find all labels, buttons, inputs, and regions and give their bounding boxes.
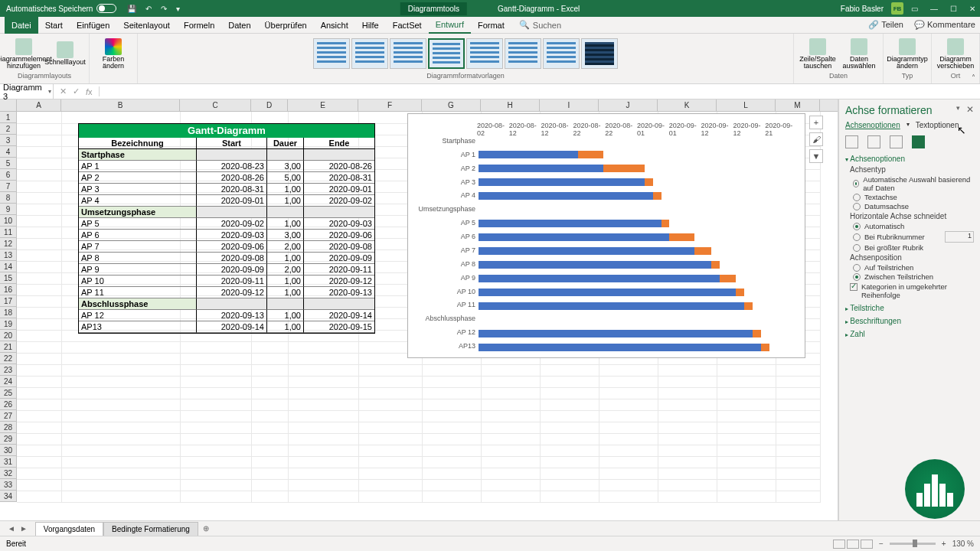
switch-row-col-button[interactable]: Zeile/Spalte tauschen <box>799 38 837 70</box>
ribbon-tab-seitenlayout[interactable]: Seitenlayout <box>116 17 177 34</box>
quick-layout-button[interactable]: Schnelllayout <box>46 41 84 66</box>
col-header[interactable]: C <box>180 99 251 111</box>
user-name[interactable]: Fabio Basler <box>841 5 884 13</box>
row-header[interactable]: 31 <box>0 456 17 468</box>
row-header[interactable]: 11 <box>0 227 17 238</box>
chart-styles-gallery[interactable] <box>313 38 618 69</box>
ribbon-tab-hilfe[interactable]: Hilfe <box>355 17 386 34</box>
zoom-level[interactable]: 130 % <box>952 540 974 548</box>
row-header[interactable]: 17 <box>0 295 17 307</box>
enter-icon[interactable]: ✓ <box>73 86 80 96</box>
table-row[interactable]: AP 62020-09-033,002020-09-06 <box>79 230 374 241</box>
comments-button[interactable]: 💬 Kommentare <box>914 20 975 30</box>
search-box[interactable]: 🔍 Suchen <box>519 20 561 30</box>
row-header[interactable]: 34 <box>0 491 17 502</box>
change-chart-type-button[interactable]: Diagrammtyp ändern <box>888 38 926 70</box>
ribbon-tab-formeln[interactable]: Formeln <box>177 17 221 34</box>
ribbon-tab-datei[interactable]: Datei <box>5 17 38 34</box>
row-header[interactable]: 21 <box>0 341 17 353</box>
table-row[interactable]: AP 32020-08-311,002020-09-01 <box>79 184 374 195</box>
zoom-slider[interactable] <box>890 543 936 545</box>
name-box[interactable]: Diagramm 3▾ <box>0 83 54 101</box>
table-row[interactable]: Abschlussphase <box>79 298 374 310</box>
col-header[interactable]: J <box>599 99 658 111</box>
style-tile[interactable] <box>390 38 426 69</box>
radio-option[interactable]: Auf Teilstrichen <box>853 263 974 272</box>
col-header[interactable]: L <box>717 99 776 111</box>
page-layout-view-icon[interactable] <box>847 540 859 549</box>
ribbon-tab-daten[interactable]: Daten <box>221 17 257 34</box>
sheet-nav-next-icon[interactable]: ► <box>20 524 28 533</box>
ribbon-tab-start[interactable]: Start <box>38 17 70 34</box>
spreadsheet-grid[interactable]: ABCDEFGHIJKLM 12345678910111213141516171… <box>0 99 838 520</box>
row-header[interactable]: 12 <box>0 238 17 249</box>
ribbon-tab-einfügen[interactable]: Einfügen <box>70 17 116 34</box>
chart-filters-button[interactable]: ▼ <box>809 149 823 163</box>
row-header[interactable]: 8 <box>0 192 17 204</box>
col-header[interactable]: G <box>422 99 481 111</box>
row-header[interactable]: 16 <box>0 284 17 295</box>
select-data-button[interactable]: Daten auswählen <box>840 38 878 70</box>
row-header[interactable]: 10 <box>0 215 17 227</box>
col-header[interactable]: F <box>358 99 422 111</box>
row-header[interactable]: 29 <box>0 433 17 445</box>
col-header[interactable]: E <box>288 99 358 111</box>
row-header[interactable]: 13 <box>0 249 17 261</box>
radio-option[interactable]: Automatisch <box>853 222 974 230</box>
table-row[interactable]: AP 72020-09-062,002020-09-08 <box>79 241 374 253</box>
row-header[interactable]: 9 <box>0 204 17 215</box>
pane-close-icon[interactable]: ✕ <box>966 104 974 115</box>
row-header[interactable]: 26 <box>0 399 17 410</box>
zoom-in-icon[interactable]: + <box>942 540 946 548</box>
table-row[interactable]: AP132020-09-141,002020-09-15 <box>79 321 374 333</box>
save-icon[interactable]: 💾 <box>127 5 136 13</box>
col-header[interactable]: B <box>61 99 180 111</box>
sheet-nav-prev-icon[interactable]: ◄ <box>8 524 15 533</box>
pane-dropdown-icon[interactable]: ▾ <box>956 104 960 112</box>
qat-customize-icon[interactable]: ▾ <box>176 5 180 13</box>
sheet-tab[interactable]: Vorgangsdaten <box>35 522 103 536</box>
row-header[interactable]: 2 <box>0 123 17 135</box>
row-header[interactable]: 18 <box>0 307 17 318</box>
size-props-icon[interactable] <box>890 135 903 148</box>
col-header[interactable]: A <box>17 99 61 111</box>
fx-icon[interactable]: fx <box>86 87 93 96</box>
radio-option[interactable]: Datumsachse <box>853 202 974 210</box>
autosave-toggle[interactable] <box>96 4 116 13</box>
collapse-ribbon-icon[interactable]: ˄ <box>972 73 975 82</box>
row-header[interactable]: 6 <box>0 169 17 181</box>
reverse-categories-check[interactable]: Kategorien in umgekehrter Reihenfolge <box>850 282 974 299</box>
style-tile[interactable] <box>313 38 350 69</box>
row-header[interactable]: 5 <box>0 158 17 169</box>
sheet-tab[interactable]: Bedingte Formatierung <box>103 522 198 536</box>
redo-icon[interactable]: ↷ <box>161 5 167 13</box>
ribbon-tab-überprüfen[interactable]: Überprüfen <box>258 17 314 34</box>
radio-option[interactable]: Textachse <box>853 193 974 201</box>
radio-option[interactable]: Automatische Auswahl basierend auf Daten <box>853 175 974 192</box>
section-axis-options[interactable]: Achsenoptionen <box>845 155 974 163</box>
row-header[interactable]: 27 <box>0 410 17 422</box>
row-header[interactable]: 19 <box>0 318 17 330</box>
row-header[interactable]: 1 <box>0 112 17 123</box>
row-header[interactable]: 20 <box>0 330 17 341</box>
effects-icon[interactable] <box>867 135 880 148</box>
col-header[interactable]: M <box>776 99 820 111</box>
ribbon-tab-format[interactable]: Format <box>471 17 511 34</box>
row-header[interactable]: 32 <box>0 468 17 479</box>
radio-option[interactable]: Zwischen Teilstrichen <box>853 272 974 281</box>
row-header[interactable]: 28 <box>0 422 17 433</box>
cancel-icon[interactable]: ✕ <box>60 86 67 96</box>
table-row[interactable]: AP 52020-09-021,002020-09-03 <box>79 218 374 230</box>
ribbon-display-icon[interactable]: ▭ <box>911 5 918 13</box>
fill-line-icon[interactable] <box>845 135 858 148</box>
user-badge[interactable]: FB <box>891 2 903 15</box>
chart-plot-area[interactable] <box>479 134 799 353</box>
row-header[interactable]: 33 <box>0 479 17 491</box>
style-tile[interactable] <box>543 38 580 69</box>
add-sheet-button[interactable]: ⊕ <box>203 524 209 533</box>
table-row[interactable]: AP 82020-09-081,002020-09-09 <box>79 253 374 264</box>
table-row[interactable]: AP 42020-09-011,002020-09-02 <box>79 195 374 207</box>
chart-elements-button[interactable]: + <box>809 116 823 129</box>
pane-tab-text-options[interactable]: Textoptionen <box>916 121 959 129</box>
row-header[interactable]: 22 <box>0 353 17 364</box>
